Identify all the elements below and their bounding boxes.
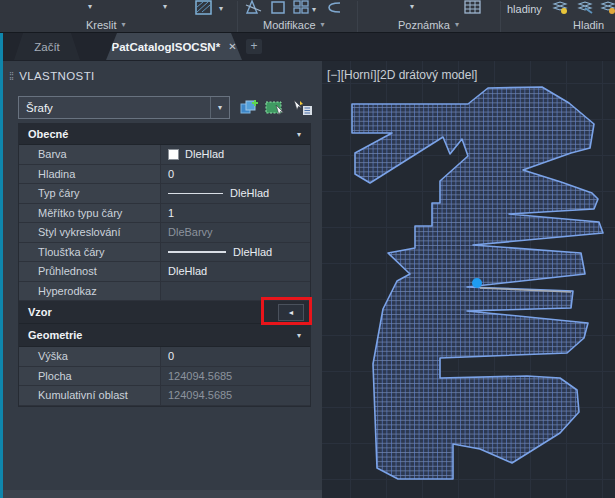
- property-label: Hyperodkaz: [19, 282, 161, 301]
- section-header-obecné[interactable]: Obecné▾: [19, 124, 310, 145]
- collapse-section-icon[interactable]: ▾: [297, 331, 310, 340]
- property-value[interactable]: 0: [161, 165, 310, 184]
- collapse-section-icon[interactable]: ▾: [297, 130, 310, 139]
- property-row: Měřítko typu čáry1: [19, 204, 310, 224]
- property-label: Typ čáry: [19, 184, 161, 203]
- panel-label: Kreslit: [86, 19, 117, 31]
- property-value[interactable]: 124094.5685: [161, 386, 310, 405]
- trim-tool-icon[interactable]: [245, 0, 263, 15]
- close-icon[interactable]: ✕: [228, 41, 236, 52]
- property-row: Kumulativní oblast124094.5685: [19, 386, 310, 406]
- layer-lock-icon[interactable]: [599, 0, 615, 15]
- property-value[interactable]: DleHlad: [161, 184, 310, 203]
- panel-label: Poznámka: [398, 19, 450, 31]
- section-title: Geometrie: [19, 329, 297, 341]
- palette-bottom-band: [3, 490, 322, 498]
- panel-modifikace[interactable]: Modifikace ▾: [263, 17, 325, 32]
- section-header-geometrie[interactable]: Geometrie▾: [19, 324, 310, 347]
- panel-separator: [237, 1, 238, 32]
- panel-poznamka[interactable]: Poznámka ▾: [398, 17, 459, 32]
- fillet-tool-icon[interactable]: [270, 0, 287, 15]
- panel-kreslit[interactable]: Kreslit ▾: [86, 17, 126, 32]
- property-value[interactable]: DleBarvy: [161, 223, 310, 242]
- offset-tool-icon[interactable]: [324, 0, 344, 15]
- tab-zacit[interactable]: Začít: [14, 33, 80, 60]
- object-type-select[interactable]: Šrafy ▾: [18, 96, 230, 119]
- property-row: Plocha124094.5685: [19, 367, 310, 387]
- quick-select-icon[interactable]: [290, 96, 313, 119]
- property-label: Průhlednost: [19, 262, 161, 281]
- ribbon: ▾ ▾ ▾ ▾ ▾ hladiny Kreslit ▾ Modifikace ▾…: [0, 0, 615, 33]
- toggle-pickadd-icon[interactable]: [237, 96, 260, 119]
- palette-header[interactable]: ⁞⁞ VLASTNOSTI: [4, 65, 318, 87]
- viewport-controls-label[interactable]: [−][Horní][2D drátový model]: [327, 68, 477, 82]
- tab-label: Začít: [34, 41, 60, 53]
- property-value[interactable]: 124094.5685: [161, 367, 310, 386]
- chevron-down-icon[interactable]: ▾: [88, 2, 92, 11]
- property-grid: Obecné▾BarvaDleHladHladina0Typ čáryDleHl…: [18, 123, 311, 407]
- chevron-down-icon[interactable]: ▾: [210, 97, 229, 118]
- property-row: Tloušťka čáryDleHlad: [19, 243, 310, 263]
- grip-point[interactable]: [472, 278, 482, 288]
- palette-edge-strip: [0, 33, 3, 498]
- linetype-swatch: [168, 193, 223, 194]
- new-tab-button[interactable]: +: [246, 39, 262, 54]
- property-label: Tloušťka čáry: [19, 243, 161, 262]
- chevron-down-icon: ▾: [122, 20, 126, 29]
- property-value[interactable]: DleHlad: [161, 243, 310, 262]
- panel-label: Modifikace: [263, 19, 316, 31]
- layer-freeze-icon[interactable]: [576, 0, 595, 15]
- property-value[interactable]: 0: [161, 347, 310, 366]
- chevron-down-icon[interactable]: ▾: [219, 4, 223, 13]
- property-label: Výška: [19, 347, 161, 366]
- tab-patcatalogisocsn[interactable]: PatCatalogISOCSN* ✕: [106, 33, 242, 60]
- tab-label: PatCatalogISOCSN*: [111, 41, 220, 53]
- chevron-down-icon: ▾: [321, 20, 325, 29]
- section-title: Obecné: [19, 128, 297, 140]
- file-tabbar: Začít PatCatalogISOCSN* ✕ +: [0, 33, 615, 60]
- property-row: Výška0: [19, 347, 310, 367]
- properties-palette: ⁞⁞ VLASTNOSTI Šrafy ▾ Obecné▾BarvaDleHla…: [0, 60, 322, 498]
- property-value[interactable]: DleHlad: [161, 145, 310, 164]
- lineweight-swatch: [168, 251, 226, 253]
- property-label: Plocha: [19, 367, 161, 386]
- layer-properties-button[interactable]: hladiny: [507, 3, 542, 15]
- drawing-svg: [322, 61, 615, 498]
- panel-separator: [357, 1, 358, 32]
- section-title: Vzor: [19, 306, 278, 318]
- array-tool-icon[interactable]: [293, 0, 310, 15]
- grip-dots-icon[interactable]: ⁞⁞: [9, 70, 13, 82]
- hatch-tool-icon[interactable]: [194, 0, 213, 15]
- drawing-canvas[interactable]: [−][Horní][2D drátový model]: [322, 60, 615, 498]
- property-row: BarvaDleHlad: [19, 145, 310, 165]
- color-swatch: [168, 149, 179, 160]
- chevron-down-icon[interactable]: ▾: [312, 5, 316, 14]
- property-value[interactable]: DleHlad: [161, 262, 310, 281]
- property-row: Styl vykreslováníDleBarvy: [19, 223, 310, 243]
- table-tool-icon[interactable]: [464, 0, 482, 15]
- annotation-highlight-box: [261, 297, 312, 325]
- panel-label: Hladin: [573, 19, 604, 31]
- chevron-down-icon: ▾: [455, 20, 459, 29]
- property-label: Barva: [19, 145, 161, 164]
- panel-hladiny[interactable]: Hladin: [573, 17, 604, 32]
- chevron-down-icon[interactable]: ▾: [163, 2, 167, 11]
- property-row: Hladina0: [19, 165, 310, 185]
- property-row: Typ čáryDleHlad: [19, 184, 310, 204]
- object-type-value: Šrafy: [19, 102, 210, 114]
- chevron-down-icon[interactable]: ▾: [410, 2, 414, 11]
- property-value[interactable]: 1: [161, 204, 310, 223]
- palette-title: VLASTNOSTI: [19, 70, 95, 82]
- layer-on-icon[interactable]: [551, 0, 570, 15]
- property-row: PrůhlednostDleHlad: [19, 262, 310, 282]
- property-label: Měřítko typu čáry: [19, 204, 161, 223]
- panel-separator: [500, 1, 501, 32]
- property-label: Hladina: [19, 165, 161, 184]
- property-label: Kumulativní oblast: [19, 386, 161, 405]
- property-label: Styl vykreslování: [19, 223, 161, 242]
- select-objects-icon[interactable]: [263, 96, 286, 119]
